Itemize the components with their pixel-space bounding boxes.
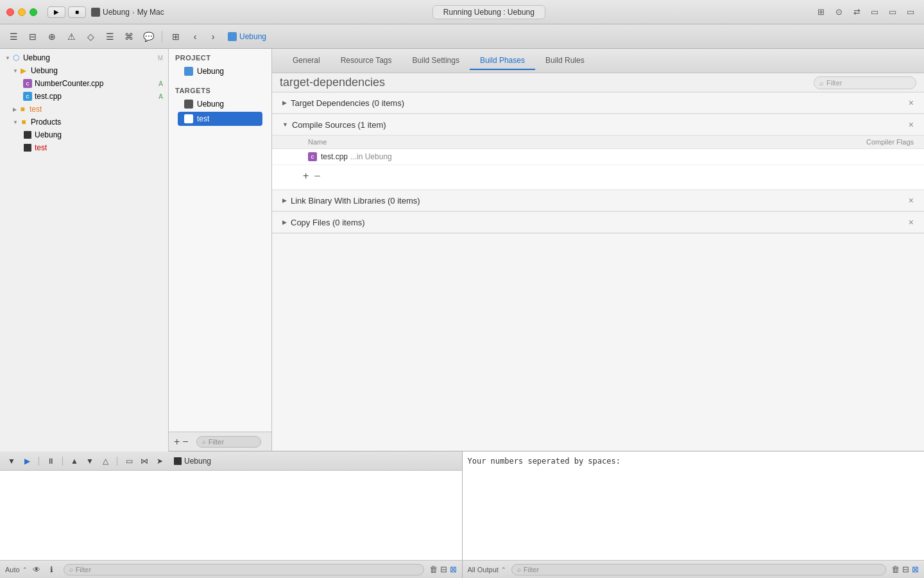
targets-add-button[interactable]: + bbox=[174, 436, 180, 448]
nav-folder-test[interactable]: ▶ ■ test bbox=[0, 103, 168, 116]
phase-cf-title: Copy Files (0 items) bbox=[291, 218, 365, 227]
navigator-panel-icon[interactable]: ▭ bbox=[868, 6, 882, 18]
right-footer-filter[interactable]: ⌕ Filter bbox=[511, 564, 886, 575]
footer-view-icon[interactable]: 👁 bbox=[30, 565, 43, 575]
tab-build-settings[interactable]: Build Settings bbox=[402, 52, 470, 70]
app-test-icon bbox=[23, 143, 32, 152]
console-debug-icon[interactable]: ⋈ bbox=[138, 456, 151, 466]
targets-remove-button[interactable]: − bbox=[182, 436, 188, 448]
cs-add-button[interactable]: + bbox=[303, 170, 309, 182]
footer-info-icon[interactable]: ℹ bbox=[46, 565, 58, 575]
phase-copy-files-header[interactable]: ▶ Copy Files (0 items) × bbox=[272, 212, 924, 233]
products-triangle-icon: ▼ bbox=[13, 119, 18, 125]
right-footer-layout-icon[interactable]: ⊠ bbox=[912, 565, 919, 574]
target-item-uebung[interactable]: Uebung bbox=[178, 97, 262, 111]
footer-split-icon[interactable]: ⊟ bbox=[440, 565, 447, 574]
tab-build-rules[interactable]: Build Rules bbox=[535, 52, 595, 70]
nav-back-button[interactable]: ‹ bbox=[187, 30, 203, 44]
all-output-label: All Output bbox=[468, 566, 499, 574]
auto-chevron-icon[interactable]: ⌃ bbox=[22, 566, 28, 573]
phases-filter-box[interactable]: ⌕ Filter bbox=[814, 76, 916, 89]
navigation-buttons: ‹ › bbox=[187, 30, 221, 44]
hierarchy-icon[interactable]: ⊟ bbox=[24, 30, 41, 44]
phase-compile-sources: ▼ Compile Sources (1 item) × Name Compil… bbox=[272, 114, 924, 190]
phases-add-button[interactable]: target-dependencies bbox=[280, 76, 385, 89]
device-name: My Mac bbox=[137, 8, 164, 17]
nav-group-uebung[interactable]: ▼ ▶ Uebung bbox=[0, 64, 168, 77]
run-button[interactable]: ▶ bbox=[47, 6, 65, 18]
toolbar-separator bbox=[162, 31, 162, 42]
tab-resource-tags[interactable]: Resource Tags bbox=[330, 52, 402, 70]
targets-filter-box[interactable]: ⌕ Filter bbox=[196, 436, 261, 448]
console-frame-icon[interactable]: ▭ bbox=[123, 456, 135, 466]
nav-file-testcpp[interactable]: C test.cpp A bbox=[0, 90, 168, 103]
all-output-chevron-icon[interactable]: ⌃ bbox=[501, 566, 506, 573]
cs-remove-button[interactable]: − bbox=[314, 170, 321, 182]
test-folder-icon: ■ bbox=[18, 105, 27, 114]
stop-button[interactable]: ■ bbox=[68, 6, 86, 18]
phase-lb-title: Link Binary With Libraries (0 items) bbox=[291, 196, 420, 206]
footer-layout-icon[interactable]: ⊠ bbox=[450, 565, 457, 574]
nav-file-numbercounter[interactable]: C NumberCounter.cpp A bbox=[0, 77, 168, 90]
target-test-icon bbox=[184, 114, 193, 123]
right-footer-trash-icon[interactable]: 🗑 bbox=[891, 565, 900, 574]
right-console-output: Your numbers seperated by spaces: bbox=[468, 457, 620, 466]
target-item-test[interactable]: test bbox=[178, 112, 262, 126]
console-sep-1 bbox=[38, 457, 39, 466]
app-uebung-icon bbox=[23, 130, 32, 139]
inspector-panel-icon[interactable]: ▭ bbox=[903, 6, 918, 18]
footer-trash-icon[interactable]: 🗑 bbox=[429, 565, 438, 574]
phases-filter-label: Filter bbox=[826, 79, 842, 87]
footer-right-buttons: 🗑 ⊟ ⊠ bbox=[429, 565, 457, 574]
phase-lb-close-icon[interactable]: × bbox=[909, 195, 914, 206]
minimize-button[interactable] bbox=[18, 8, 26, 16]
list-view-icon[interactable]: ☰ bbox=[101, 30, 118, 44]
console-pause-icon[interactable]: ⏸ bbox=[44, 456, 57, 466]
console-step-out-icon[interactable]: △ bbox=[99, 456, 112, 466]
traffic-lights bbox=[6, 8, 37, 16]
nav-root-item[interactable]: ▼ ⬡ Uebung M bbox=[0, 51, 168, 64]
phase-cs-close-icon[interactable]: × bbox=[909, 119, 914, 130]
source-row-testcpp[interactable]: C test.cpp ...in Uebung bbox=[272, 149, 924, 165]
tab-build-phases[interactable]: Build Phases bbox=[470, 52, 535, 70]
close-button[interactable] bbox=[6, 8, 14, 16]
nav-app-uebung[interactable]: Uebung bbox=[0, 128, 168, 141]
share-icon[interactable]: ⊙ bbox=[832, 6, 846, 18]
phase-link-binary-header[interactable]: ▶ Link Binary With Libraries (0 items) × bbox=[272, 190, 924, 211]
left-footer-filter[interactable]: ⌕ Filter bbox=[64, 564, 424, 575]
phase-target-dependencies-header[interactable]: ▶ Target Dependencies (0 items) × bbox=[272, 92, 924, 114]
phases-filter-icon: ⌕ bbox=[819, 79, 824, 87]
nav-folder-products[interactable]: ▼ ■ Products bbox=[0, 116, 168, 128]
project-section: PROJECT Uebung bbox=[169, 49, 271, 82]
comment-icon[interactable]: 💬 bbox=[140, 30, 157, 44]
phase-td-close-icon[interactable]: × bbox=[909, 98, 914, 108]
tab-general[interactable]: General bbox=[282, 52, 330, 70]
console-step-down-icon[interactable]: ▼ bbox=[83, 456, 96, 466]
phase-cs-add-remove-row: + − bbox=[272, 165, 924, 184]
grid-icon[interactable]: ⊞ bbox=[167, 30, 184, 44]
console-location-icon[interactable]: ➤ bbox=[153, 456, 166, 466]
nav-app-test[interactable]: test bbox=[0, 141, 168, 154]
maximize-button[interactable] bbox=[30, 8, 37, 16]
sidebar-toggle-icon[interactable]: ☰ bbox=[5, 30, 22, 44]
branch-icon[interactable]: ⇄ bbox=[850, 6, 864, 18]
console-step-up-icon[interactable]: ▲ bbox=[68, 456, 81, 466]
bookmark-icon[interactable]: ◇ bbox=[82, 30, 99, 44]
debug-panel-icon[interactable]: ▭ bbox=[886, 6, 900, 18]
left-console-content bbox=[0, 471, 462, 560]
right-footer-split-icon[interactable]: ⊟ bbox=[902, 565, 909, 574]
warning-icon[interactable]: ⚠ bbox=[63, 30, 80, 44]
breadcrumb: Uebung › My Mac bbox=[91, 8, 164, 17]
content-area: General Resource Tags Build Settings Bui… bbox=[272, 49, 924, 451]
c-file-icon: C bbox=[23, 92, 32, 101]
console-toggle-icon[interactable]: ▼ bbox=[5, 456, 18, 466]
console-build-icon[interactable]: ▶ bbox=[21, 456, 33, 466]
source-cpp-icon: C bbox=[308, 152, 317, 161]
panel-list-icon[interactable]: ⊞ bbox=[814, 6, 828, 18]
nav-forward-button[interactable]: › bbox=[205, 30, 221, 44]
filter-icon[interactable]: ⊕ bbox=[44, 30, 60, 44]
phase-compile-sources-header[interactable]: ▼ Compile Sources (1 item) × bbox=[272, 114, 924, 136]
phase-cf-close-icon[interactable]: × bbox=[909, 217, 914, 227]
project-item-uebung[interactable]: Uebung bbox=[178, 64, 262, 78]
branch2-icon[interactable]: ⌘ bbox=[121, 30, 137, 44]
